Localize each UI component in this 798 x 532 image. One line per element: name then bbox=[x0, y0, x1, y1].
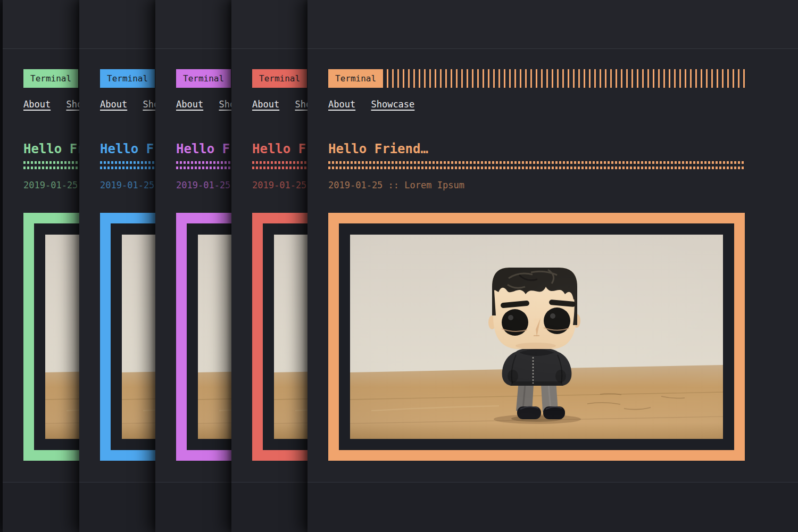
post-title-divider bbox=[328, 161, 745, 169]
site-header: Terminal bbox=[328, 69, 745, 88]
theme-panel-orange: Terminal About Showcase Hello Friend… 20… bbox=[307, 0, 798, 532]
site-logo-badge[interactable]: Terminal bbox=[176, 69, 231, 88]
nav-link-about[interactable]: About bbox=[176, 99, 203, 110]
post-title: Hello Friend… bbox=[328, 141, 428, 157]
page-content: Terminal About Showcase Hello Friend… 20… bbox=[328, 0, 745, 532]
nav-link-about[interactable]: About bbox=[328, 99, 355, 110]
post-meta-date: 2019-01-25 :: Lorem Ipsum bbox=[328, 180, 464, 190]
nav-link-about[interactable]: About bbox=[252, 99, 279, 110]
site-nav: About Showcase bbox=[328, 99, 425, 110]
nav-link-about[interactable]: About bbox=[23, 99, 51, 110]
nav-link-showcase[interactable]: Showcase bbox=[371, 99, 414, 110]
site-logo-badge[interactable]: Terminal bbox=[23, 69, 78, 88]
site-logo-badge[interactable]: Terminal bbox=[328, 69, 383, 88]
site-logo-badge[interactable]: Terminal bbox=[100, 69, 155, 88]
post-image-frame bbox=[328, 213, 745, 461]
funko-figure-photo bbox=[350, 235, 723, 439]
nav-link-about[interactable]: About bbox=[100, 99, 127, 110]
header-stripes-decoration bbox=[387, 69, 745, 88]
site-logo-badge[interactable]: Terminal bbox=[252, 69, 307, 88]
theme-variant-stack: Terminal About Showcase Hello Friend… 20… bbox=[0, 0, 798, 532]
